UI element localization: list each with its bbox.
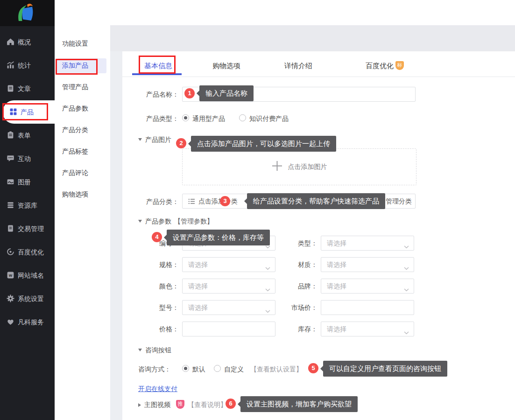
field-label: 品牌： xyxy=(271,282,317,291)
field-label: 类型： xyxy=(271,239,317,248)
app: 概况 统计 文章 产品 表单 互动 图册 资源库 xyxy=(0,0,515,420)
sidebar-item-label: 产品 xyxy=(21,108,34,117)
form-icon xyxy=(7,131,14,139)
seo-compass-icon xyxy=(7,248,14,256)
sidebar-item-forms[interactable]: 表单 xyxy=(0,124,55,147)
collapse-triangle-icon xyxy=(138,349,142,351)
view-doc-link[interactable]: 【查看说明】 xyxy=(188,401,227,409)
manage-category-button[interactable]: 管理分类 xyxy=(382,194,416,209)
field-select-type[interactable]: 请选择 xyxy=(321,236,414,251)
annotation-tooltip-2: 点击添加产品图片，可以多选图片一起上传 xyxy=(191,136,336,152)
submenu-item-product-params[interactable]: 产品参数 xyxy=(55,101,110,116)
field-label: 市场价： xyxy=(271,304,317,312)
sidebar-item-interaction[interactable]: 互动 xyxy=(0,147,55,170)
tab-detail-intro[interactable]: 详情介绍 xyxy=(284,62,312,70)
field-input-market-price[interactable] xyxy=(321,300,414,315)
chevron-down-icon xyxy=(404,242,409,251)
submenu-item-add-product[interactable]: 添加产品 xyxy=(57,58,106,73)
submenu-item-feature-settings[interactable]: 功能设置 xyxy=(55,36,110,51)
sidebar-item-label: 资源库 xyxy=(18,202,37,210)
logo-block[interactable] xyxy=(0,0,55,26)
tab-baidu-seo[interactable]: 百度优化 xyxy=(366,62,394,70)
radio-consult-custom-label: 自定义 xyxy=(224,365,244,374)
radio-consult-custom[interactable] xyxy=(214,365,221,372)
submenu-item-shopping-options[interactable]: 购物选项 xyxy=(55,187,110,202)
submenu-item-product-comments[interactable]: 产品评论 xyxy=(55,166,110,181)
sidebar-item-label: 图册 xyxy=(18,178,31,187)
sidebar-item-overview[interactable]: 概况 xyxy=(0,30,55,54)
submenu-item-product-categories[interactable]: 产品分类 xyxy=(55,123,110,138)
sidebar-item-settings[interactable]: 系统设置 xyxy=(0,287,55,310)
product-type-label: 产品类型： xyxy=(110,115,179,123)
radio-consult-default[interactable] xyxy=(182,365,189,372)
product-category-label: 产品分类： xyxy=(110,198,179,206)
chevron-down-icon xyxy=(404,264,409,272)
annotation-tooltip-5: 可以自定义用户查看页面的咨询按钮 xyxy=(323,361,447,377)
article-icon xyxy=(7,84,14,92)
section-product-images[interactable]: 产品图片 xyxy=(138,136,171,144)
radio-paid-knowledge-product[interactable] xyxy=(239,114,246,121)
sidebar-item-label: 文章 xyxy=(18,85,31,93)
sidebar-item-stats[interactable]: 统计 xyxy=(0,54,55,77)
radio-general-product[interactable] xyxy=(182,114,189,121)
database-icon xyxy=(7,201,14,209)
products-grid-icon xyxy=(9,108,17,116)
sidebar-item-label: 统计 xyxy=(18,62,31,70)
sidebar-item-label: 互动 xyxy=(18,155,31,163)
product-submenu: 功能设置 添加产品 管理产品 产品参数 产品分类 产品标签 产品评论 购物选项 xyxy=(55,0,110,420)
home-icon xyxy=(7,38,14,46)
gear-icon xyxy=(7,294,14,302)
sidebar-item-resources[interactable]: 资源库 xyxy=(0,194,55,217)
section-consult-button[interactable]: 咨询按钮 xyxy=(138,346,171,355)
breadcrumb: 返回概况 / 添加产品 xyxy=(110,25,515,51)
consult-mode-label: 咨询方式： xyxy=(138,365,171,374)
collapse-triangle-icon xyxy=(138,220,142,223)
active-tab-underline xyxy=(132,73,182,75)
sidebar-item-albums[interactable]: 图册 xyxy=(0,170,55,194)
top-strip xyxy=(110,0,515,25)
submenu-item-product-tags[interactable]: 产品标签 xyxy=(55,144,110,159)
sidebar-item-baidu-seo[interactable]: 百度优化 xyxy=(0,240,55,264)
section-product-params[interactable]: 产品参数 xyxy=(138,217,171,226)
album-icon xyxy=(7,178,14,186)
radio-consult-default-label: 默认 xyxy=(192,365,205,374)
sidebar-item-label: 表单 xyxy=(18,132,31,140)
stats-icon xyxy=(7,61,14,69)
manage-params-link[interactable]: 【管理参数】 xyxy=(174,217,213,226)
annotation-tooltip-4: 设置产品参数：价格，库存等 xyxy=(167,230,270,245)
image-upload-dropzone[interactable]: 点击添加图片 xyxy=(182,148,416,185)
sidebar-item-label: 交易管理 xyxy=(18,225,44,233)
list-icon xyxy=(188,198,195,206)
tab-basic-info[interactable]: 基本信息 xyxy=(144,62,172,70)
chat-bubble-icon xyxy=(7,154,14,162)
field-select-material[interactable]: 请选择 xyxy=(321,257,414,272)
sidebar-item-services[interactable]: 凡科服务 xyxy=(0,310,55,334)
tab-shopping-options[interactable]: 购物选项 xyxy=(212,62,240,70)
field-label: 库存： xyxy=(271,325,317,334)
field-label: 型号： xyxy=(110,304,179,312)
submenu-item-manage-products[interactable]: 管理产品 xyxy=(55,80,110,95)
view-default-settings-link[interactable]: 【查看默认设置】 xyxy=(250,365,303,374)
product-name-label: 产品名称： xyxy=(110,91,179,99)
plus-icon xyxy=(272,161,282,173)
field-input-price[interactable] xyxy=(182,322,275,336)
section-main-video[interactable]: 主图视频 xyxy=(138,401,170,409)
sidebar-item-articles[interactable]: 文章 xyxy=(0,77,55,100)
chevron-down-icon xyxy=(265,264,270,272)
field-select-brand[interactable]: 请选择 xyxy=(321,279,414,294)
sidebar: 概况 统计 文章 产品 表单 互动 图册 资源库 xyxy=(0,0,55,420)
annotation-tooltip-3: 给产品设置分类，帮助客户快速筛选产品 xyxy=(247,193,385,209)
svg-text:w: w xyxy=(8,273,13,278)
sidebar-item-transactions[interactable]: 交易管理 xyxy=(0,217,55,240)
upload-hint-text: 点击添加图片 xyxy=(288,163,327,171)
field-select-model[interactable]: 请选择 xyxy=(182,300,275,315)
field-select-spec[interactable]: 请选择 xyxy=(182,257,275,272)
field-select-stock[interactable]: 请选择 xyxy=(321,322,414,336)
field-select-color[interactable]: 请选择 xyxy=(182,279,275,294)
enable-online-pay-link[interactable]: 开启在线支付 xyxy=(138,385,177,393)
heart-icon xyxy=(7,318,14,326)
sidebar-item-domain[interactable]: w 网站域名 xyxy=(0,264,55,287)
sidebar-item-products[interactable]: 产品 xyxy=(3,100,55,124)
collapse-triangle-icon xyxy=(138,138,142,141)
field-label: 材质： xyxy=(271,261,317,269)
